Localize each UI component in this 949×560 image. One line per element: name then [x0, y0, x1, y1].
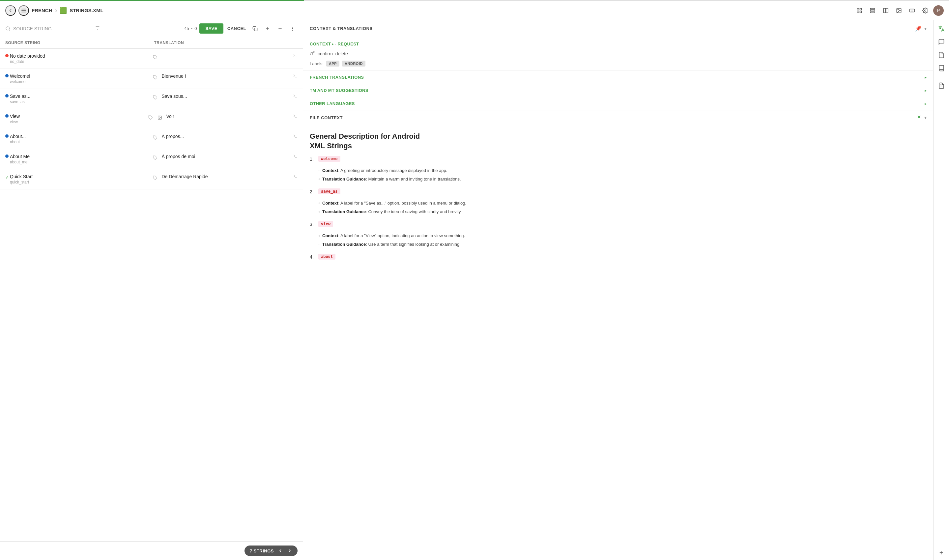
ai-translate-button[interactable]	[293, 114, 297, 119]
cancel-button[interactable]: CANCEL	[226, 23, 248, 34]
strings-nav-prev[interactable]	[278, 548, 283, 554]
svg-rect-3	[857, 8, 859, 10]
more-options-button[interactable]	[288, 24, 297, 34]
svg-rect-6	[860, 11, 862, 12]
user-avatar[interactable]: P	[933, 5, 944, 16]
ai-translate-button[interactable]	[293, 53, 297, 59]
row-indicator	[5, 134, 10, 138]
settings-icon-btn[interactable]	[920, 5, 931, 16]
entry-key-badge: view	[318, 221, 333, 227]
add-panel-button[interactable]: +	[937, 548, 946, 557]
translate-icon-btn[interactable]	[935, 23, 947, 35]
back-button[interactable]	[5, 5, 16, 16]
ai-translate-button[interactable]	[293, 154, 297, 160]
string-row[interactable]: ✓ Quick Start quick_start De Démarrage R…	[0, 169, 303, 189]
svg-rect-11	[886, 8, 888, 13]
ai-translate-button[interactable]	[293, 134, 297, 139]
file-context-pin-button[interactable]	[917, 114, 922, 121]
file-context-collapse-button[interactable]: ▾	[924, 115, 927, 120]
entry-sub-list: Context: A label for a "View" option, in…	[318, 232, 465, 248]
tag-button[interactable]	[151, 134, 159, 142]
string-row[interactable]: Welcome! welcome Bienvenue !	[0, 69, 303, 89]
file-context-actions: ▾	[917, 114, 927, 121]
row-translation: À propos de moi	[162, 154, 298, 160]
doc-icon-btn[interactable]	[935, 49, 947, 61]
string-row[interactable]: About... about À propos...	[0, 129, 303, 149]
tag-button[interactable]	[151, 94, 159, 102]
strings-nav-next[interactable]	[287, 548, 292, 554]
french-translations-section[interactable]: FRENCH TRANSLATIONS ▸	[303, 71, 933, 84]
tag-button[interactable]	[151, 74, 159, 82]
row-translation: À propos...	[162, 134, 298, 139]
ai-translate-button[interactable]	[293, 94, 297, 99]
french-translations-title: FRENCH TRANSLATIONS	[310, 75, 364, 80]
bottom-bar: 7 STRINGS	[0, 541, 303, 560]
tm-mt-header: TM AND MT SUGGESTIONS ▸	[310, 88, 927, 93]
row-actions	[151, 174, 159, 182]
other-languages-section[interactable]: OTHER LANGUAGES ▸	[303, 97, 933, 110]
tag-button[interactable]	[151, 154, 159, 162]
tag-button[interactable]	[146, 114, 154, 122]
source-text: View	[10, 114, 141, 119]
tag-button[interactable]	[151, 174, 159, 182]
tm-mt-section[interactable]: TM AND MT SUGGESTIONS ▸	[303, 84, 933, 97]
entry-key-badge: save_as	[318, 188, 340, 194]
side-icons: +	[933, 20, 949, 560]
screenshot-button[interactable]	[156, 114, 164, 122]
split-icon-btn[interactable]	[880, 5, 891, 16]
context-tab[interactable]: CONTEXT ▸	[310, 42, 334, 46]
label-android[interactable]: ANDROID	[342, 61, 365, 66]
remove-string-button[interactable]	[275, 24, 285, 34]
row-source: View view	[10, 114, 144, 124]
tm-mt-title: TM AND MT SUGGESTIONS	[310, 88, 368, 93]
request-tab[interactable]: REQUEST	[337, 42, 359, 46]
progress-bar	[0, 0, 949, 1]
comment-icon-btn[interactable]	[935, 36, 947, 48]
progress-fill	[0, 0, 304, 1]
string-row[interactable]: No date provided no_date	[0, 49, 303, 69]
request-tab-label: REQUEST	[337, 42, 359, 46]
breadcrumb-french[interactable]: FRENCH	[32, 8, 52, 13]
tag-button[interactable]	[151, 53, 159, 61]
translation-column-header: TRANSLATION	[154, 40, 298, 45]
view-icon-btn[interactable]	[867, 5, 878, 16]
layout-icon-btn[interactable]	[854, 5, 865, 16]
row-right-action	[293, 53, 297, 59]
sub-list-item: Context: A label for a "Save as..." opti…	[318, 199, 466, 208]
count-dot: •	[191, 26, 193, 31]
row-right-action	[293, 114, 297, 119]
row-translation: De Démarrage Rapide	[162, 174, 298, 180]
row-translation	[162, 53, 298, 59]
ai-translate-button[interactable]	[293, 74, 297, 79]
source-text: Welcome!	[10, 74, 146, 79]
filter-button[interactable]	[95, 25, 100, 32]
file-search-icon-btn[interactable]	[935, 80, 947, 92]
source-key: welcome	[10, 79, 146, 84]
entry-sub-list: Context: A label for a "Save as..." opti…	[318, 199, 466, 216]
string-row[interactable]: View view Voir	[0, 109, 303, 129]
keyboard-icon-btn[interactable]	[907, 5, 917, 16]
add-string-button[interactable]	[263, 24, 273, 34]
row-actions	[151, 53, 159, 61]
other-languages-header: OTHER LANGUAGES ▸	[310, 101, 927, 106]
string-count-zero: 0	[194, 26, 197, 31]
string-row[interactable]: Save as... save_as Sava sous...	[0, 89, 303, 109]
label-app[interactable]: APP	[326, 61, 339, 66]
save-button[interactable]: SAVE	[199, 23, 223, 34]
copy-button[interactable]	[250, 24, 260, 34]
panel-collapse-button[interactable]: ▾	[924, 26, 927, 31]
panel-title: CONTEXT & TRANSLATIONS	[310, 26, 373, 31]
string-row[interactable]: About Me about_me À propos de moi	[0, 149, 303, 169]
breadcrumb-file[interactable]: STRINGS.XML	[69, 8, 103, 13]
menu-button[interactable]	[18, 5, 29, 16]
translation-text: À propos...	[162, 134, 291, 139]
book-icon-btn[interactable]	[935, 62, 947, 74]
pin-button[interactable]: 📌	[915, 25, 922, 32]
svg-point-13	[898, 9, 898, 10]
svg-point-32	[292, 30, 293, 30]
sub-list-item: Translation Guidance: Maintain a warm an…	[318, 175, 461, 183]
ai-translate-button[interactable]	[293, 174, 297, 180]
image-icon-btn[interactable]	[894, 5, 904, 16]
svg-point-21	[6, 27, 9, 30]
search-input[interactable]	[13, 26, 92, 31]
